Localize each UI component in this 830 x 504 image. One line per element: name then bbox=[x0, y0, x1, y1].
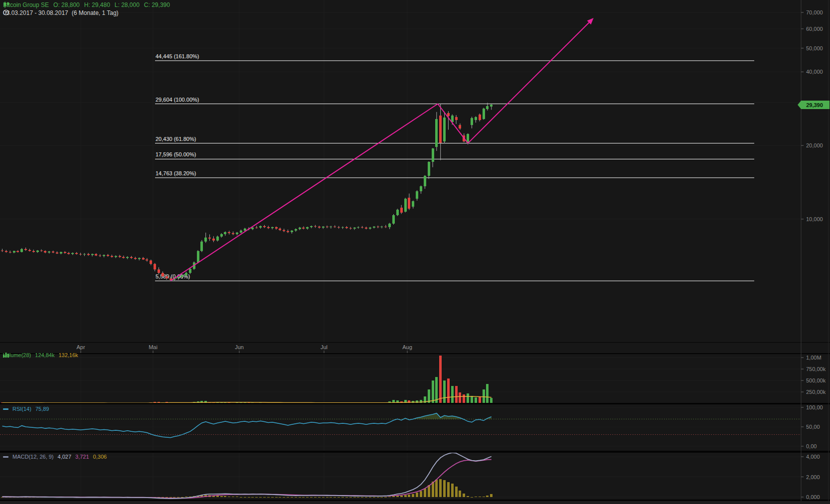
fib-level-label: 14,763 (38.20%) bbox=[156, 170, 196, 176]
ohlc-close: C: 29,390 bbox=[144, 1, 170, 8]
rsi-label[interactable]: RSI(14) bbox=[12, 406, 31, 412]
fib-level-label: 44,445 (161.80%) bbox=[156, 53, 199, 59]
fib-level-label: 29,604 (100.00%) bbox=[156, 97, 199, 103]
axis-tick-label: 40,000 bbox=[806, 69, 823, 75]
axis-tick-label: 500,00k bbox=[806, 378, 826, 383]
macd-value: 4,027 bbox=[58, 454, 72, 460]
bottom-scrollbar-strip bbox=[0, 501, 830, 504]
macd-indicator-header: MACD(12, 26, 9) 4,027 3,721 0,306 bbox=[3, 454, 107, 460]
axis-tick-label: 50,000 bbox=[806, 45, 823, 51]
axis-tick-label: 20,000 bbox=[806, 142, 823, 148]
chart-canvas[interactable]: 44,445 (161.80%)29,604 (100.00%)20,430 (… bbox=[0, 0, 830, 504]
axis-tick-label: 4,000 bbox=[806, 454, 820, 460]
date-range-header: 03.03.2017 - 30.08.2017 (6 Monate, 1 Tag… bbox=[3, 9, 119, 16]
axis-tick-label: 0,000 bbox=[806, 494, 820, 500]
axis-tick-label: 50,00 bbox=[806, 424, 820, 430]
ohlc-low: L: 28,000 bbox=[115, 1, 140, 8]
time-axis-month-label: Apr bbox=[76, 344, 85, 350]
fib-level-label: 5,589 (0.00%) bbox=[156, 273, 190, 279]
trading-chart-app: 44,445 (161.80%)29,604 (100.00%)20,430 (… bbox=[0, 0, 830, 504]
axis-tick-label: 0,00 bbox=[806, 443, 817, 449]
ohlc-open: O: 28,800 bbox=[53, 1, 80, 8]
axis-tick-label: 1,00M bbox=[806, 355, 822, 361]
fib-level-label: 20,430 (61.80%) bbox=[156, 136, 196, 142]
candlestick-icon bbox=[3, 1, 9, 8]
macd-label[interactable]: MACD(12, 26, 9) bbox=[12, 454, 54, 460]
macd-line-icon bbox=[3, 456, 8, 458]
clock-icon bbox=[3, 9, 9, 15]
volume-indicator-header: Volume(28) 124,84k 132,16k bbox=[3, 352, 78, 358]
last-price-badge: 29,390 bbox=[798, 101, 830, 109]
time-axis-month-label: Mai bbox=[149, 344, 158, 350]
ohlc-high: H: 29,480 bbox=[84, 1, 110, 8]
macd-signal-value: 3,721 bbox=[75, 454, 89, 460]
fib-level-label: 17,596 (50.00%) bbox=[156, 151, 196, 157]
rsi-value: 75,89 bbox=[35, 406, 49, 412]
symbol-header: Bitcoin Group SE O: 28,800 H: 29,480 L: … bbox=[3, 1, 170, 8]
period-label: (6 Monate, 1 Tag) bbox=[72, 9, 119, 16]
rsi-indicator-header: RSI(14) 75,89 bbox=[3, 406, 49, 412]
axis-tick-label: 70,000 bbox=[806, 9, 823, 15]
axis-tick-label: 100,00 bbox=[806, 404, 823, 410]
date-range: 03.03.2017 - 30.08.2017 bbox=[3, 9, 68, 16]
rsi-line-icon bbox=[3, 408, 8, 410]
axis-tick-label: 250,00k bbox=[806, 389, 826, 395]
last-price-value: 29,390 bbox=[806, 102, 823, 108]
axis-tick-label: 60,000 bbox=[806, 26, 823, 32]
time-axis-month-label: Jun bbox=[235, 344, 244, 350]
time-axis-month-label: Aug bbox=[402, 344, 412, 350]
axis-tick-label: 750,00k bbox=[806, 366, 826, 372]
volume-bars-icon bbox=[3, 352, 9, 358]
time-axis-month-label: Jul bbox=[321, 344, 328, 350]
axis-tick-label: 10,000 bbox=[806, 216, 823, 222]
volume-value: 124,84k bbox=[35, 352, 54, 358]
axis-tick-label: 2,000 bbox=[806, 474, 820, 480]
volume-ma-value: 132,16k bbox=[58, 352, 78, 358]
macd-hist-value: 0,306 bbox=[93, 454, 107, 460]
symbol-name[interactable]: Bitcoin Group SE bbox=[3, 1, 49, 8]
